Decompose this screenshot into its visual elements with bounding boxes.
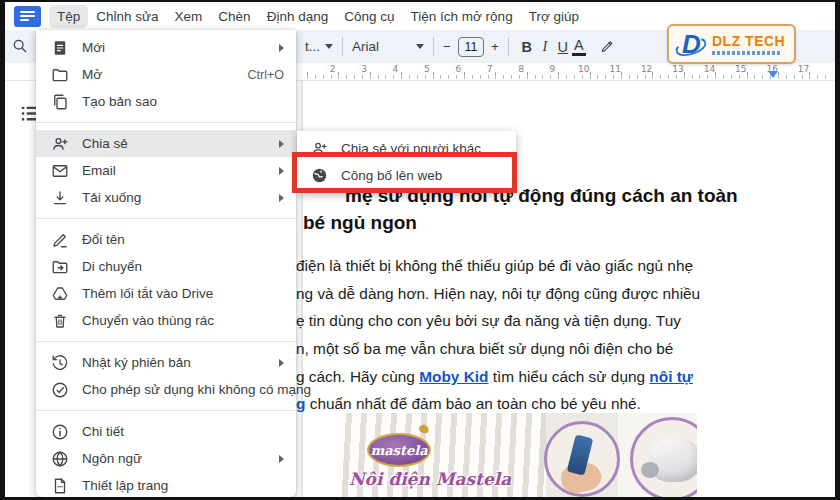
move-folder-icon bbox=[51, 258, 69, 276]
offline-check-icon bbox=[51, 381, 69, 399]
menu-item-page-setup[interactable]: Thiết lập trang bbox=[36, 472, 296, 499]
mastela-logo: mastela bbox=[367, 433, 431, 467]
frame-border bbox=[835, 0, 840, 500]
globe-icon bbox=[51, 450, 69, 468]
menu-item-move[interactable]: Di chuyển bbox=[36, 253, 296, 280]
doc-heading-line2: bé ngủ ngon bbox=[303, 212, 417, 234]
toolbar-divider bbox=[433, 37, 434, 56]
menu-item-label: Nhật ký phiên bản bbox=[82, 355, 191, 370]
frame-border bbox=[0, 0, 840, 2]
file-menu-dropdown: Mới Mở Ctrl+O Tạo bản sao Chia sẻ Email … bbox=[36, 30, 296, 497]
download-icon bbox=[51, 189, 69, 207]
menu-item-label: Email bbox=[82, 163, 116, 178]
menu-divider bbox=[36, 410, 296, 411]
page-setup-icon bbox=[51, 477, 69, 495]
menu-item-rename[interactable]: Đổi tên bbox=[36, 226, 296, 253]
ruler-numbers: 234567891011121314151617 bbox=[317, 64, 819, 74]
image-caption: Nôi điện Mastela bbox=[349, 469, 511, 489]
menu-item-share[interactable]: Chia sẻ bbox=[36, 130, 296, 157]
chevron-down-icon bbox=[416, 44, 424, 49]
folder-open-icon bbox=[51, 66, 69, 84]
font-dropdown[interactable]: Arial bbox=[352, 39, 424, 54]
share-submenu: Chia sẻ với người khác Công bố lên web bbox=[297, 131, 516, 193]
new-document-icon bbox=[51, 39, 69, 57]
public-globe-icon bbox=[310, 167, 328, 185]
font-size-increase-button[interactable]: + bbox=[491, 39, 499, 54]
menu-item-version-history[interactable]: Nhật ký phiên bản bbox=[36, 349, 296, 376]
cradle-product-image[interactable]: mastela Nôi điện Mastela bbox=[337, 413, 697, 497]
menu-item-new[interactable]: Mới bbox=[36, 34, 296, 61]
highlight-pen-icon[interactable] bbox=[600, 39, 615, 54]
menu-item-add-shortcut-drive[interactable]: Thêm lối tắt vào Drive bbox=[36, 280, 296, 307]
menu-item-email[interactable]: Email bbox=[36, 157, 296, 184]
font-size-decrease-button[interactable]: − bbox=[443, 39, 451, 54]
copy-icon bbox=[51, 93, 69, 111]
menu-item-language[interactable]: Ngôn ngữ bbox=[36, 445, 296, 472]
email-icon bbox=[51, 162, 69, 180]
menu-extensions[interactable]: Tiện ích mở rộng bbox=[403, 5, 521, 28]
dlz-brand-name: DLZ TECH bbox=[712, 33, 785, 49]
doc-body-line: ng và dễ dàng hơn. Hiện nay, nôi tự động… bbox=[296, 285, 700, 303]
bold-button[interactable]: B bbox=[518, 39, 536, 55]
motor-unit-circle bbox=[630, 417, 697, 497]
search-icon[interactable] bbox=[12, 38, 28, 54]
shortcut-label: Ctrl+O bbox=[248, 68, 284, 82]
dlz-tech-watermark: D DLZ TECH bbox=[667, 24, 796, 64]
noi-tu-dong-link[interactable]: g bbox=[296, 395, 305, 412]
menu-edit[interactable]: Chỉnh sửa bbox=[88, 5, 166, 28]
menu-divider bbox=[36, 341, 296, 342]
noi-tu-dong-link[interactable]: nôi tự bbox=[649, 368, 693, 385]
chevron-right-icon bbox=[279, 359, 284, 367]
motor-knob-shape bbox=[641, 462, 659, 478]
doc-body-line: ẹ tin dùng cho con yêu bởi sự đa năng và… bbox=[296, 312, 681, 330]
menu-tools[interactable]: Công cụ bbox=[336, 5, 402, 28]
menu-item-download[interactable]: Tải xuống bbox=[36, 184, 296, 211]
moby-kid-link[interactable]: Moby Kid bbox=[419, 368, 488, 385]
menu-format[interactable]: Định dạng bbox=[259, 5, 337, 28]
doc-body-line: điện là thiết bị không thể thiếu giúp bé… bbox=[296, 257, 693, 275]
menu-item-move-to-trash[interactable]: Chuyển vào thùng rác bbox=[36, 307, 296, 334]
chevron-right-icon bbox=[279, 455, 284, 463]
chevron-right-icon bbox=[279, 44, 284, 52]
submenu-item-share-with-others[interactable]: Chia sẻ với người khác bbox=[297, 135, 516, 162]
info-icon bbox=[51, 423, 69, 441]
submenu-item-label: Chia sẻ với người khác bbox=[341, 141, 481, 156]
version-history-icon bbox=[51, 354, 69, 372]
italic-button[interactable]: I bbox=[536, 38, 554, 55]
drive-shortcut-icon bbox=[51, 285, 69, 303]
menu-item-label: Cho phép sử dụng khi không có mạng bbox=[82, 382, 311, 397]
menu-item-label: Chi tiết bbox=[82, 424, 124, 439]
menu-divider bbox=[36, 122, 296, 123]
doc-body-line: g chuẩn nhất để đảm bảo an toàn cho bé y… bbox=[296, 395, 641, 413]
toolbar-divider bbox=[342, 37, 343, 56]
submenu-item-publish-to-web[interactable]: Công bố lên web bbox=[297, 162, 516, 189]
font-size-input[interactable]: 11 bbox=[458, 37, 484, 57]
menu-item-label: Mới bbox=[82, 40, 105, 55]
menu-file[interactable]: Tệp bbox=[49, 5, 88, 28]
chevron-right-icon bbox=[279, 140, 284, 148]
doc-body-line: n, một số ba mẹ vẫn chưa biết sử dụng nô… bbox=[296, 340, 673, 358]
menu-item-open[interactable]: Mở Ctrl+O bbox=[36, 61, 296, 88]
styles-dropdown-label: t... bbox=[305, 39, 320, 54]
menu-help[interactable]: Trợ giúp bbox=[521, 5, 587, 28]
menu-item-make-copy[interactable]: Tạo bản sao bbox=[36, 88, 296, 115]
frame-border bbox=[0, 0, 5, 500]
chevron-right-icon bbox=[279, 194, 284, 202]
rename-pencil-icon bbox=[51, 231, 69, 249]
submenu-item-label: Công bố lên web bbox=[341, 168, 442, 183]
chevron-right-icon bbox=[279, 167, 284, 175]
styles-dropdown[interactable]: t... bbox=[305, 39, 333, 54]
text-color-button[interactable]: A bbox=[572, 38, 586, 56]
right-indent-marker[interactable] bbox=[768, 71, 778, 78]
menu-view[interactable]: Xem bbox=[167, 5, 211, 28]
menu-item-offline[interactable]: Cho phép sử dụng khi không có mạng bbox=[36, 376, 296, 403]
menu-item-label: Chuyển vào thùng rác bbox=[82, 313, 214, 328]
menu-item-details[interactable]: Chi tiết bbox=[36, 418, 296, 445]
menu-divider bbox=[36, 218, 296, 219]
google-docs-icon[interactable] bbox=[14, 6, 41, 27]
menu-item-label: Tải xuống bbox=[82, 190, 141, 205]
font-name-label: Arial bbox=[352, 39, 379, 54]
person-add-icon bbox=[310, 140, 328, 158]
underline-button[interactable]: U bbox=[554, 39, 572, 55]
menu-insert[interactable]: Chèn bbox=[210, 5, 258, 28]
